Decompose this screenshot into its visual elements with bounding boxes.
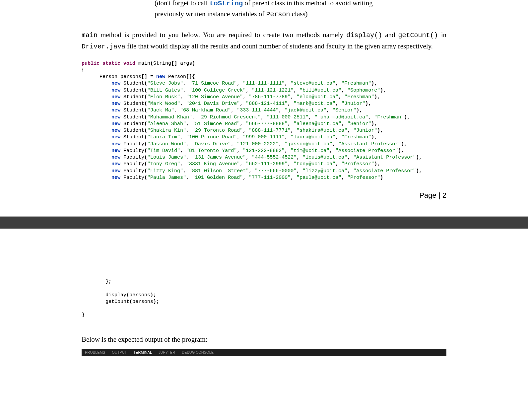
code-block-main: public static void main(String[] args) {…: [82, 60, 446, 181]
document-page-top: (don't forget to call toString of parent…: [55, 0, 473, 200]
person-class-ref: Person: [266, 11, 290, 18]
tab-output[interactable]: OUTPUT: [112, 350, 127, 354]
tostring-link[interactable]: toString: [210, 0, 243, 7]
text: (don't forget to call: [155, 0, 210, 7]
page-break-spacer: [0, 229, 528, 278]
display-method-ref: display(): [346, 32, 382, 39]
text: in: [438, 31, 446, 39]
top-instruction: (don't forget to call toString of parent…: [82, 0, 446, 20]
terminal-tab-bar: PROBLEMS OUTPUT TERMINAL JUPYTER DEBUG C…: [82, 349, 446, 356]
text: of parent class in this method to avoid …: [243, 0, 372, 7]
text: and: [382, 31, 398, 39]
document-page-bottom: }; display(persons); getCount(persons); …: [55, 278, 473, 356]
tab-jupyter[interactable]: JUPYTER: [159, 350, 175, 354]
main-instruction-paragraph: main method is provided to you below. Yo…: [82, 30, 446, 52]
text: previously written instance variables of: [155, 10, 266, 18]
text: method is provided to you below. You are…: [98, 31, 346, 39]
page-number: Page | 2: [82, 191, 446, 200]
text: class): [290, 10, 308, 18]
tab-terminal[interactable]: TERMINAL: [133, 350, 152, 354]
tab-problems[interactable]: PROBLEMS: [85, 350, 105, 354]
getcount-method-ref: getCount(): [398, 32, 438, 39]
main-method-ref: main: [82, 32, 98, 39]
tab-debug-console[interactable]: DEBUG CONSOLE: [182, 350, 214, 354]
text: file that would display all the results …: [125, 42, 433, 50]
driver-file-ref: Driver.java: [82, 43, 125, 50]
code-block-continued: }; display(persons); getCount(persons); …: [82, 278, 446, 319]
output-heading: Below is the expected output of the prog…: [82, 335, 446, 344]
page-break-bar: [0, 216, 528, 229]
